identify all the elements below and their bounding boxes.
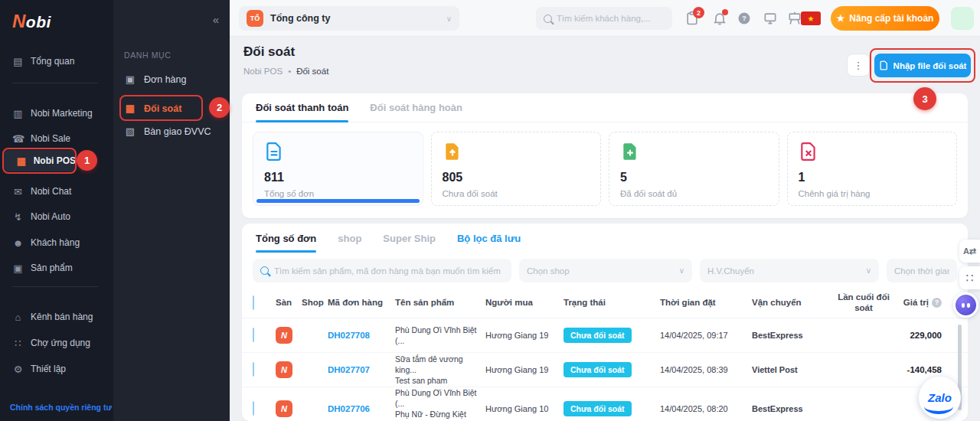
chatbot-widget[interactable] [953,292,978,318]
table-row[interactable]: N DH027707 Sữa tắm dê vương king...Test … [242,353,968,387]
sidebar-item-nobi-pos[interactable]: ▦Nobi POS [4,150,76,171]
stat-not-reconciled[interactable]: 805 Chưa đối soát [431,132,602,206]
upgrade-account-button[interactable]: ★Nâng cấp tài khoản [831,6,939,31]
table-tabs: Tổng số đơn shop Super Ship Bộ lọc đã lư… [242,224,968,253]
order-code-link[interactable]: DH027707 [328,365,395,374]
tab-super-ship[interactable]: Super Ship [383,224,436,253]
order-code-link[interactable]: DH027708 [328,331,395,340]
stat-label: Chưa đối soát [443,189,590,198]
file-x-icon [799,142,818,162]
table-header: Sàn Shop Mã đơn hàng Tên sản phẩm Người … [242,288,968,318]
annotation-circle-2: 2 [209,97,230,118]
more-actions-button[interactable]: ⋮ [847,54,870,77]
stat-value-mismatch[interactable]: 1 Chênh giá trị hàng [787,132,958,206]
submenu-item-ban-giao-dvvc[interactable]: ▧Bàn giao ĐVVC [124,126,211,137]
secondary-sidebar: « DANH MỤC ▣Đơn hàng ▦Đối soát ▧Bàn giao… [113,0,230,421]
row-checkbox[interactable] [253,401,254,416]
table-search[interactable] [253,259,511,282]
sidebar-item-kenh-ban-hang[interactable]: ⌂Kênh bán hàng [0,306,113,328]
stat-fully-reconciled[interactable]: 5 Đã đối soát đủ [609,132,779,206]
stats-row: 811 Tổng số đơn 805 Chưa đối soát 5 Đã đ… [242,122,968,206]
sidebar-item-nobi-marketing[interactable]: ▥Nobi Marketing [0,103,113,124]
sidebar-item-san-pham[interactable]: ▣Sản phẩm [0,257,113,279]
table-search-input[interactable] [274,266,504,276]
recon-tabs: Đối soát thanh toán Đối soát hàng hoàn [242,93,968,122]
annotation-circle-1: 1 [77,150,97,171]
chat-bubble-icon: ✉ [12,186,24,197]
stat-label: Đã đối soát đủ [620,189,768,198]
carrier-name: BestExpress [752,331,828,340]
tab-doi-soat-hang-hoan[interactable]: Đối soát hàng hoàn [370,93,462,122]
tab-shop[interactable]: shop [338,224,361,253]
nobi-logo-bolt: N [12,11,26,31]
layers-icon: ▤ [12,56,24,67]
tab-bo-loc-da-luu[interactable]: Bộ lọc đã lưu [457,224,521,253]
company-selector[interactable]: TỔ Tổng công ty ∨ [239,6,459,31]
package-icon: ▣ [124,73,136,85]
clipboard-count-badge: 2 [693,7,704,18]
global-search[interactable] [536,7,672,30]
breadcrumb-root[interactable]: Nobi POS [243,67,283,76]
translate-widget[interactable]: A⇄ [959,240,980,263]
page-title: Đối soát [243,44,295,60]
tab-tong-so-don[interactable]: Tổng số đơn [256,224,316,253]
col-san: Sàn [276,298,302,308]
sidebar-item-khach-hang[interactable]: ☻Khách hàng [0,232,113,253]
col-ten-san-pham: Tên sản phẩm [395,298,485,308]
file-lines-icon [264,142,284,162]
global-search-input[interactable] [557,14,665,23]
lightning-icon: ↯ [12,211,24,223]
zalo-chat-widget[interactable]: Zalo [919,377,961,419]
vietnam-flag-icon[interactable]: ★ [801,11,821,25]
submenu-item-doi-soat[interactable]: ▦Đối soát [124,103,181,114]
row-checkbox[interactable] [253,328,254,342]
status-badge: Chưa đối soát [564,362,632,377]
search-icon [544,15,552,23]
carrier-filter-select[interactable]: H.V.Chuyển∨ [700,259,879,282]
privacy-policy-link[interactable]: Chính sách quyền riêng tư [10,403,112,412]
col-ma-don-hang: Mã đơn hàng [328,298,395,308]
collapse-sidebar-icon[interactable]: « [213,13,219,26]
recon-summary-card: Đối soát thanh toán Đối soát hàng hoàn 8… [242,93,968,218]
billboard-icon[interactable] [787,11,802,26]
stat-value: 811 [264,171,412,184]
bell-icon[interactable] [712,11,727,26]
tab-doi-soat-thanh-toan[interactable]: Đối soát thanh toán [256,93,348,122]
time-filter-input[interactable]: Chọn thời gian [887,259,957,282]
order-code-link[interactable]: DH027706 [328,404,395,413]
apps-widget[interactable]: ∷ [959,266,980,289]
search-icon [260,266,269,275]
col-shop: Shop [302,298,328,308]
help-icon[interactable]: ? [737,11,752,26]
svg-text:?: ? [742,15,746,22]
phone-icon: ☎ [12,133,24,145]
carrier-name: BestExpress [752,404,828,413]
table-row[interactable]: N DH027708 Phù Dung Ơi Vĩnh Biệt (... Hư… [242,318,968,353]
sidebar-item-tong-quan[interactable]: ▤Tổng quan [0,51,113,72]
shop-filter-select[interactable]: Chọn shop∨ [519,259,692,282]
sidebar-item-thiet-lap[interactable]: ⚙Thiết lập [0,358,113,380]
file-icon [879,60,889,70]
info-icon[interactable]: ? [932,298,942,308]
devices-icon[interactable] [763,11,778,26]
people-icon: ☻ [12,237,24,249]
submenu-item-don-hang[interactable]: ▣Đơn hàng [124,73,186,85]
nobi-platform-icon: N [276,327,292,344]
buyer-name: Hương Giang 19 [485,365,564,374]
order-time: 14/04/2025, 08:39 [660,365,752,374]
nobi-logo: Nobi [12,11,51,32]
import-file-button[interactable]: Nhập file đối soát [874,54,971,77]
table-row[interactable]: N DH027706 Phù Dung Ơi Vĩnh Biệt (...Phụ… [242,387,968,421]
handover-box-icon: ▧ [124,126,136,137]
col-van-chuyen: Vận chuyển [752,298,828,308]
avatar[interactable] [951,7,974,30]
col-nguoi-mua: Người mua [485,298,564,308]
sidebar-item-nobi-sale[interactable]: ☎Nobi Sale [0,128,113,149]
sidebar-item-cho-ung-dung[interactable]: ∷Chợ ứng dụng [0,332,113,354]
row-checkbox[interactable] [253,362,254,377]
select-all-checkbox[interactable] [253,295,254,310]
sidebar-item-nobi-auto[interactable]: ↯Nobi Auto [0,206,113,227]
stat-total-orders[interactable]: 811 Tổng số đơn [253,132,423,206]
clipboard-icon[interactable]: 2 [684,11,700,26]
sidebar-item-nobi-chat[interactable]: ✉Nobi Chat [0,181,113,202]
